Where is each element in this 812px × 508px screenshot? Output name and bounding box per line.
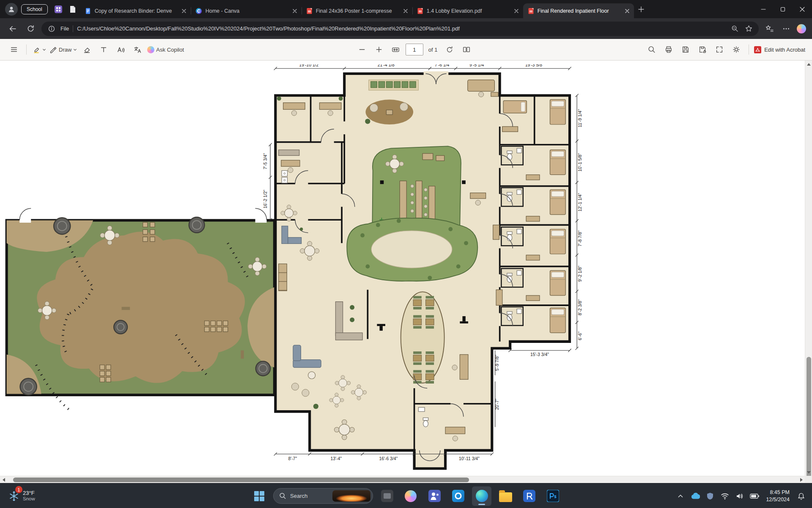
tab-close-icon[interactable] xyxy=(291,7,299,14)
taskbar-clock[interactable]: 8:45 PM 12/5/2024 xyxy=(763,489,792,503)
browser-tab[interactable]: Final 24x36 Poster 1-compresse xyxy=(302,3,412,18)
fullscreen-button[interactable] xyxy=(712,42,727,57)
clock-time: 8:45 PM xyxy=(766,489,790,496)
settings-menu-ellipsis-icon[interactable] xyxy=(780,22,793,35)
url-text: C:/Users/Chloe%20Cannon/Desktop/Fall%20S… xyxy=(77,25,726,32)
onedrive-icon[interactable] xyxy=(689,490,701,502)
dim-label: 13'-4" xyxy=(330,456,342,461)
print-button[interactable] xyxy=(661,42,676,57)
outlook-icon[interactable] xyxy=(448,486,468,506)
url-scheme-label: File xyxy=(60,26,69,32)
read-aloud-button[interactable] xyxy=(113,42,128,57)
pdf-page: 19'-10 1/2" 21'-4 1/8" 7'-6 1/4" 9'-5 1/… xyxy=(0,61,805,476)
tab-close-icon[interactable] xyxy=(181,7,188,14)
security-shield-icon[interactable] xyxy=(704,490,716,502)
browser-tab-active[interactable]: Final Rendered Inpatient Floor xyxy=(523,3,634,18)
page-number-input[interactable] xyxy=(406,44,423,55)
tab-close-icon[interactable] xyxy=(624,7,631,14)
tab-close-icon[interactable] xyxy=(402,7,409,14)
volume-icon[interactable] xyxy=(734,490,746,502)
weather-temperature: 23°F xyxy=(23,490,35,497)
highlight-tool-button[interactable] xyxy=(32,42,46,57)
save-button[interactable] xyxy=(678,42,693,57)
page-view-button[interactable] xyxy=(459,42,474,57)
save-as-button[interactable] xyxy=(695,42,710,57)
search-highlight-thumbnail[interactable] xyxy=(332,490,371,502)
draw-label: Draw xyxy=(59,47,71,53)
back-button[interactable] xyxy=(6,22,19,36)
pdf-file-icon xyxy=(528,8,534,14)
erase-tool-button[interactable] xyxy=(80,42,94,57)
url-bar[interactable]: File C:/Users/Chloe%20Cannon/Desktop/Fal… xyxy=(41,22,759,36)
new-tab-button[interactable] xyxy=(634,2,648,17)
fireplace-image xyxy=(332,490,371,502)
dim-label: 6'-6" xyxy=(578,331,582,340)
horizontal-scrollbar[interactable] xyxy=(0,476,805,483)
ask-copilot-button[interactable]: Ask Copilot xyxy=(147,42,184,57)
copilot-icon[interactable] xyxy=(401,486,420,506)
zoom-out-button[interactable] xyxy=(355,42,369,57)
zoom-in-button[interactable] xyxy=(372,42,386,57)
maximize-button[interactable] xyxy=(773,0,793,18)
browser-tab[interactable]: Copy of Research Binder: Denve xyxy=(80,3,191,18)
vertical-scrollbar[interactable] xyxy=(805,61,812,476)
dim-label: 9'-5 1/4" xyxy=(469,64,486,67)
revit-icon[interactable] xyxy=(519,486,539,506)
scroll-left-arrow[interactable] xyxy=(0,476,7,483)
dark-app-icon[interactable] xyxy=(377,486,397,506)
edge-logo xyxy=(476,490,488,502)
tab-title: Final 24x36 Poster 1-compresse xyxy=(316,8,399,14)
browser-address-bar: File C:/Users/Chloe%20Cannon/Desktop/Fal… xyxy=(0,18,812,39)
edge-icon[interactable] xyxy=(472,486,491,506)
search-label: Search xyxy=(290,493,329,499)
dim-label: 12'-1 1/4" xyxy=(578,193,582,211)
refresh-button[interactable] xyxy=(24,22,37,36)
scroll-down-arrow[interactable] xyxy=(805,469,812,476)
file-explorer-icon[interactable] xyxy=(496,486,515,506)
zoom-indicator-icon[interactable] xyxy=(730,24,740,34)
dim-label: 8'-7" xyxy=(288,456,297,461)
translate-button[interactable] xyxy=(130,42,145,57)
table-of-contents-button[interactable] xyxy=(7,42,21,57)
dim-label: 8'-2 3/8" xyxy=(578,299,582,315)
info-icon[interactable] xyxy=(47,24,57,34)
wifi-icon[interactable] xyxy=(719,490,731,502)
add-favorite-star-icon[interactable] xyxy=(743,24,754,34)
tab-group-school[interactable]: School xyxy=(21,4,48,14)
scroll-right-arrow[interactable] xyxy=(798,476,805,483)
horizontal-scroll-thumb[interactable] xyxy=(13,478,469,482)
scroll-up-arrow[interactable] xyxy=(805,61,812,68)
profile-avatar[interactable] xyxy=(5,3,18,16)
search-document-button[interactable] xyxy=(645,42,659,57)
taskbar-search[interactable]: Search xyxy=(273,488,373,504)
teams-logo xyxy=(428,490,441,502)
add-text-button[interactable] xyxy=(96,42,111,57)
fit-to-width-button[interactable] xyxy=(389,42,403,57)
clock-date: 12/5/2024 xyxy=(766,496,790,503)
pinned-tab-document[interactable] xyxy=(66,2,80,17)
start-button[interactable] xyxy=(250,486,269,506)
copilot-icon[interactable] xyxy=(797,24,806,33)
pdf-toolbar: Draw Ask Copilot of 1 xyxy=(0,39,812,61)
browser-tab[interactable]: 1.4 Lobby Elevation.pdf xyxy=(412,3,523,18)
favorites-hub-icon[interactable] xyxy=(763,22,776,35)
close-button[interactable] xyxy=(793,0,812,18)
tab-close-icon[interactable] xyxy=(513,7,520,14)
pdf-settings-gear-icon[interactable] xyxy=(729,42,743,57)
draw-tool-button[interactable]: Draw xyxy=(49,42,77,57)
microsoft-teams-icon[interactable] xyxy=(425,486,444,506)
weather-widget[interactable]: 1 23°F Snow xyxy=(4,483,39,508)
minimize-button[interactable] xyxy=(754,0,773,18)
battery-icon[interactable] xyxy=(749,490,760,502)
rotate-page-button[interactable] xyxy=(442,42,457,57)
outlook-logo xyxy=(452,490,464,502)
revit-logo xyxy=(523,490,535,502)
notification-bell-icon[interactable] xyxy=(795,490,807,502)
browser-tab[interactable]: Home - Canva xyxy=(191,3,302,18)
pinned-tab-grid[interactable] xyxy=(51,2,66,17)
divider xyxy=(749,44,749,55)
photoshop-icon[interactable] xyxy=(543,486,562,506)
edit-with-acrobat-button[interactable]: Edit with Acrobat xyxy=(754,46,805,53)
divider xyxy=(26,44,27,55)
tray-expand-chevron-icon[interactable] xyxy=(675,490,686,502)
